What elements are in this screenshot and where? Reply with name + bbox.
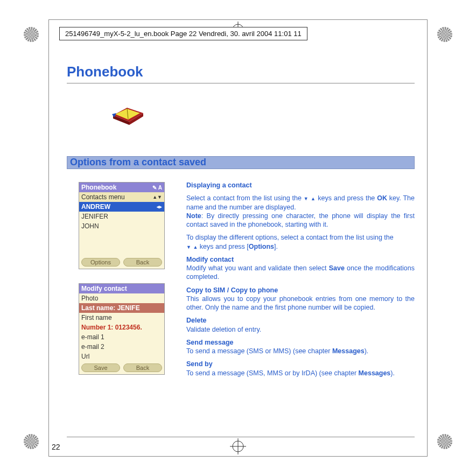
down-triangle-icon: ▼ <box>304 196 309 201</box>
paragraph: Select a contact from the list using the… <box>186 194 415 229</box>
title-rule <box>67 83 415 83</box>
field-email1: e-mail 1 <box>81 333 104 341</box>
paragraph: Delete Validate deletion of entry. <box>186 316 415 334</box>
field-firstname: First name <box>81 314 112 321</box>
doc-header: 251496749_myX-5-2_lu_en.book Page 22 Ven… <box>59 27 307 40</box>
list-item: JOHN <box>81 222 99 230</box>
softkey-save: Save <box>81 363 120 372</box>
footer-rule <box>67 437 415 437</box>
screen-title: Phonebook <box>81 184 116 191</box>
phone-screen-contacts: Phonebook ✎ A Contacts menu▲▼ ANDREW◂▸ J… <box>79 182 165 269</box>
field-number1: Number 1: 0123456. <box>81 324 142 331</box>
up-triangle-icon: ▲ <box>311 196 316 201</box>
up-triangle-icon: ▲ <box>193 244 198 250</box>
list-item: JENIFER <box>81 213 108 220</box>
paragraph: To display the different options, select… <box>186 233 415 251</box>
crop-mark-icon <box>437 27 452 42</box>
screenshots-column: Phonebook ✎ A Contacts menu▲▼ ANDREW◂▸ J… <box>79 182 168 389</box>
crop-mark-icon <box>24 434 39 449</box>
page-number: 22 <box>52 443 60 451</box>
crop-mark-icon <box>24 27 39 42</box>
down-triangle-icon: ▼ <box>186 244 191 250</box>
softkey-options: Options <box>81 258 120 267</box>
softkey-back: Back <box>123 363 162 372</box>
paragraph: Modify contact Modify what you want and … <box>186 255 415 282</box>
list-item: ANDREW <box>81 203 110 211</box>
contacts-menu-label: Contacts menu <box>81 193 125 201</box>
field-lastname: Last name: JENIFE <box>81 304 140 312</box>
up-down-arrows-icon: ▲▼ <box>152 194 162 200</box>
phone-screen-modify: Modify contact Photo Last name: JENIFE F… <box>79 283 165 375</box>
softkey-back: Back <box>123 258 162 267</box>
field-url: Url <box>81 353 89 360</box>
book-icon <box>111 100 145 126</box>
crop-mark-icon <box>437 434 452 449</box>
screen-title: Modify contact <box>79 284 164 293</box>
pencil-icon: ✎ A <box>152 185 162 191</box>
paragraph: Copy to SIM / Copy to phone This allows … <box>186 286 415 312</box>
field-photo: Photo <box>81 295 98 302</box>
paragraph: Send by To send a message (SMS, MMS or b… <box>186 360 415 377</box>
section-title: Options from a contact saved <box>70 157 206 168</box>
body-text: Displaying a contact Select a contact fr… <box>186 181 415 382</box>
field-email2: e-mail 2 <box>81 343 104 351</box>
scroll-arrows-icon: ◂▸ <box>157 204 162 209</box>
paragraph: Send message To send a message (SMS or M… <box>186 338 415 356</box>
page-title: Phonebook <box>67 64 143 80</box>
heading-displaying: Displaying a contact <box>186 181 415 190</box>
